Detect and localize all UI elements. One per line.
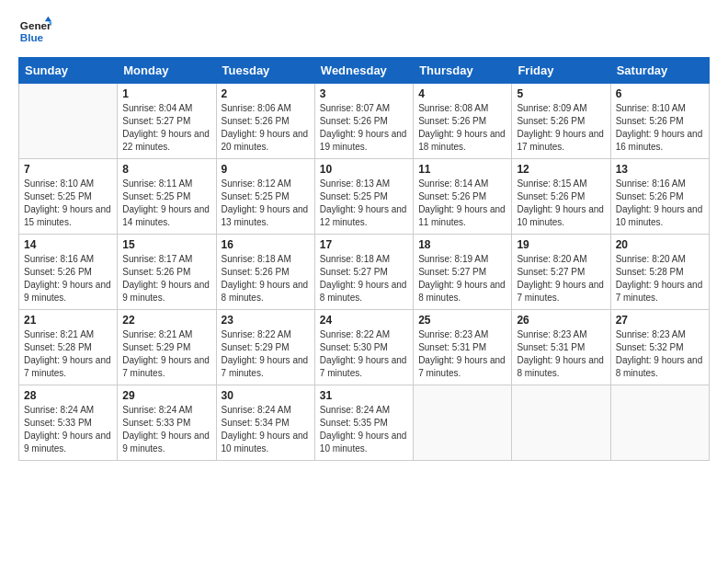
weekday-header-monday: Monday [118,58,216,84]
day-number: 1 [122,87,210,100]
calendar-cell: 8Sunrise: 8:11 AMSunset: 5:25 PMDaylight… [118,159,216,235]
day-number: 15 [122,238,210,251]
calendar-cell: 13Sunrise: 8:16 AMSunset: 5:26 PMDayligh… [610,159,709,235]
day-number: 29 [122,389,210,402]
calendar-table: SundayMondayTuesdayWednesdayThursdayFrid… [18,57,710,461]
day-number: 14 [24,238,112,251]
day-info: Sunrise: 8:24 AMSunset: 5:33 PMDaylight:… [122,404,210,455]
calendar-cell: 23Sunrise: 8:22 AMSunset: 5:29 PMDayligh… [216,310,314,385]
weekday-header-wednesday: Wednesday [314,58,413,84]
day-info: Sunrise: 8:10 AMSunset: 5:25 PMDaylight:… [24,178,112,229]
calendar-cell: 27Sunrise: 8:23 AMSunset: 5:32 PMDayligh… [610,310,709,385]
header: General Blue [18,15,710,48]
calendar-cell: 7Sunrise: 8:10 AMSunset: 5:25 PMDaylight… [19,159,118,235]
day-number: 19 [517,238,605,251]
day-info: Sunrise: 8:09 AMSunset: 5:26 PMDaylight:… [517,102,605,154]
day-number: 18 [418,238,506,251]
day-info: Sunrise: 8:24 AMSunset: 5:33 PMDaylight:… [24,404,112,455]
day-info: Sunrise: 8:15 AMSunset: 5:26 PMDaylight:… [517,178,605,229]
day-number: 12 [517,163,605,176]
weekday-header-row: SundayMondayTuesdayWednesdayThursdayFrid… [19,58,710,84]
day-info: Sunrise: 8:18 AMSunset: 5:27 PMDaylight:… [320,253,408,304]
calendar-cell: 1Sunrise: 8:04 AMSunset: 5:27 PMDaylight… [118,84,216,159]
weekday-header-sunday: Sunday [19,58,118,84]
calendar-cell: 9Sunrise: 8:12 AMSunset: 5:25 PMDaylight… [216,159,314,235]
day-info: Sunrise: 8:12 AMSunset: 5:25 PMDaylight:… [222,178,310,229]
day-number: 24 [320,314,408,327]
calendar-cell: 16Sunrise: 8:18 AMSunset: 5:26 PMDayligh… [216,235,314,310]
day-info: Sunrise: 8:23 AMSunset: 5:31 PMDaylight:… [517,328,605,380]
day-number: 4 [418,87,506,100]
calendar-cell: 24Sunrise: 8:22 AMSunset: 5:30 PMDayligh… [314,310,413,385]
calendar-cell: 10Sunrise: 8:13 AMSunset: 5:25 PMDayligh… [314,159,413,235]
day-info: Sunrise: 8:14 AMSunset: 5:26 PMDaylight:… [418,178,506,229]
calendar-cell [610,385,709,461]
weekday-header-thursday: Thursday [414,58,512,84]
day-info: Sunrise: 8:23 AMSunset: 5:31 PMDaylight:… [418,328,506,380]
calendar-cell [19,84,118,159]
calendar-cell: 30Sunrise: 8:24 AMSunset: 5:34 PMDayligh… [216,385,314,461]
calendar-header: SundayMondayTuesdayWednesdayThursdayFrid… [19,58,710,84]
day-number: 22 [122,314,210,327]
calendar-cell: 20Sunrise: 8:20 AMSunset: 5:28 PMDayligh… [610,235,709,310]
calendar-cell: 2Sunrise: 8:06 AMSunset: 5:26 PMDaylight… [216,84,314,159]
weekday-header-saturday: Saturday [610,58,709,84]
calendar-cell: 19Sunrise: 8:20 AMSunset: 5:27 PMDayligh… [512,235,610,310]
day-info: Sunrise: 8:19 AMSunset: 5:27 PMDaylight:… [418,253,506,304]
day-number: 9 [222,163,310,176]
day-number: 20 [616,238,704,251]
day-number: 30 [222,389,310,402]
day-number: 8 [122,163,210,176]
day-info: Sunrise: 8:22 AMSunset: 5:29 PMDaylight:… [222,328,310,380]
day-number: 21 [24,314,112,327]
day-number: 23 [222,314,310,327]
day-info: Sunrise: 8:16 AMSunset: 5:26 PMDaylight:… [24,253,112,304]
calendar-cell: 6Sunrise: 8:10 AMSunset: 5:26 PMDaylight… [610,84,709,159]
calendar-cell [414,385,512,461]
page-container: General Blue SundayMondayTuesdayWednesda… [0,0,728,470]
day-info: Sunrise: 8:04 AMSunset: 5:27 PMDaylight:… [122,102,210,154]
calendar-cell: 12Sunrise: 8:15 AMSunset: 5:26 PMDayligh… [512,159,610,235]
calendar-cell: 17Sunrise: 8:18 AMSunset: 5:27 PMDayligh… [314,235,413,310]
calendar-cell: 28Sunrise: 8:24 AMSunset: 5:33 PMDayligh… [19,385,118,461]
day-number: 16 [222,238,310,251]
calendar-week-0: 1Sunrise: 8:04 AMSunset: 5:27 PMDaylight… [19,84,710,159]
day-info: Sunrise: 8:21 AMSunset: 5:28 PMDaylight:… [24,328,112,380]
calendar-cell: 29Sunrise: 8:24 AMSunset: 5:33 PMDayligh… [118,385,216,461]
calendar-cell: 31Sunrise: 8:24 AMSunset: 5:35 PMDayligh… [314,385,413,461]
calendar-body: 1Sunrise: 8:04 AMSunset: 5:27 PMDaylight… [19,84,710,461]
day-info: Sunrise: 8:11 AMSunset: 5:25 PMDaylight:… [122,178,210,229]
calendar-cell: 18Sunrise: 8:19 AMSunset: 5:27 PMDayligh… [414,235,512,310]
calendar-week-4: 28Sunrise: 8:24 AMSunset: 5:33 PMDayligh… [19,385,710,461]
day-number: 26 [517,314,605,327]
day-number: 7 [24,163,112,176]
calendar-week-3: 21Sunrise: 8:21 AMSunset: 5:28 PMDayligh… [19,310,710,385]
day-number: 27 [616,314,704,327]
day-info: Sunrise: 8:06 AMSunset: 5:26 PMDaylight:… [222,102,310,154]
day-info: Sunrise: 8:16 AMSunset: 5:26 PMDaylight:… [616,178,704,229]
day-number: 31 [320,389,408,402]
day-info: Sunrise: 8:22 AMSunset: 5:30 PMDaylight:… [320,328,408,380]
day-number: 2 [222,87,310,100]
day-info: Sunrise: 8:10 AMSunset: 5:26 PMDaylight:… [616,102,704,154]
calendar-cell: 26Sunrise: 8:23 AMSunset: 5:31 PMDayligh… [512,310,610,385]
day-number: 10 [320,163,408,176]
day-number: 17 [320,238,408,251]
calendar-cell: 3Sunrise: 8:07 AMSunset: 5:26 PMDaylight… [314,84,413,159]
calendar-cell: 14Sunrise: 8:16 AMSunset: 5:26 PMDayligh… [19,235,118,310]
day-info: Sunrise: 8:13 AMSunset: 5:25 PMDaylight:… [320,178,408,229]
calendar-week-1: 7Sunrise: 8:10 AMSunset: 5:25 PMDaylight… [19,159,710,235]
calendar-cell: 15Sunrise: 8:17 AMSunset: 5:26 PMDayligh… [118,235,216,310]
day-info: Sunrise: 8:17 AMSunset: 5:26 PMDaylight:… [122,253,210,304]
calendar-cell: 25Sunrise: 8:23 AMSunset: 5:31 PMDayligh… [414,310,512,385]
day-number: 3 [320,87,408,100]
calendar-cell: 21Sunrise: 8:21 AMSunset: 5:28 PMDayligh… [19,310,118,385]
day-info: Sunrise: 8:20 AMSunset: 5:27 PMDaylight:… [517,253,605,304]
calendar-cell: 22Sunrise: 8:21 AMSunset: 5:29 PMDayligh… [118,310,216,385]
calendar-cell [512,385,610,461]
day-number: 6 [616,87,704,100]
day-info: Sunrise: 8:21 AMSunset: 5:29 PMDaylight:… [122,328,210,380]
day-info: Sunrise: 8:18 AMSunset: 5:26 PMDaylight:… [222,253,310,304]
svg-text:Blue: Blue [20,31,44,43]
calendar-cell: 4Sunrise: 8:08 AMSunset: 5:26 PMDaylight… [414,84,512,159]
